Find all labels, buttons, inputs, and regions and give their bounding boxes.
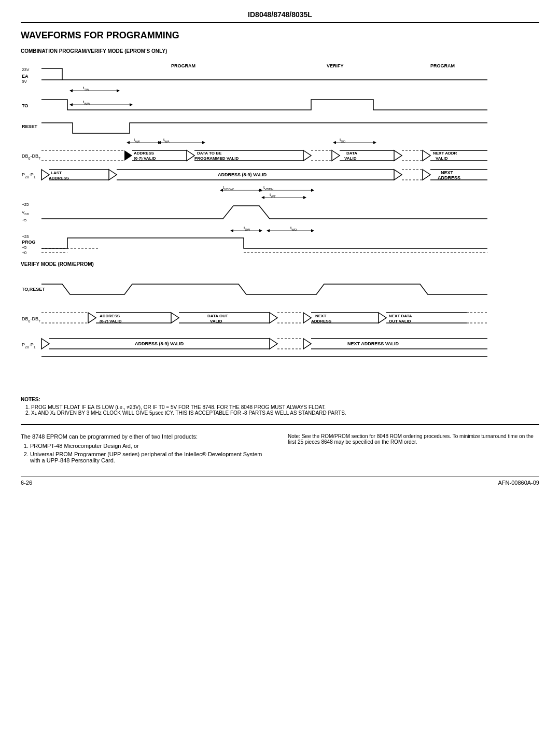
svg-marker-38 — [187, 150, 194, 161]
bottom-content: The 8748 EPROM can be programmed by eith… — [21, 433, 539, 466]
svg-text:DATA OUT: DATA OUT — [207, 314, 228, 318]
diagram1-waveform: EA 23V 5V PROGRAM VERIFY PROGRAM tTW TO … — [21, 58, 539, 256]
svg-text:+5: +5 — [22, 218, 27, 222]
notes-list: PROG MUST FLOAT IF EA IS LOW (i.e., ≠23V… — [31, 404, 539, 416]
svg-marker-10 — [117, 89, 120, 92]
svg-marker-65 — [109, 170, 117, 180]
footer-code: AFN-00860A-09 — [498, 480, 540, 486]
svg-text:P20-P1: P20-P1 — [22, 172, 36, 179]
note-item-1: PROG MUST FLOAT IF EA IS LOW (i.e., ≠23V… — [31, 404, 539, 410]
section-title: WAVEFORMS FOR PROGRAMMING — [21, 30, 539, 41]
svg-marker-51 — [394, 150, 402, 161]
bottom-left: The 8748 EPROM can be programmed by eith… — [21, 433, 272, 466]
svg-text:(0-7) VALID: (0-7) VALID — [100, 319, 122, 323]
svg-marker-140 — [270, 339, 277, 349]
svg-text:DATA TO BE: DATA TO BE — [197, 151, 222, 156]
svg-text:NEXT ADDR: NEXT ADDR — [433, 151, 457, 156]
svg-text:tDW: tDW — [244, 226, 250, 231]
svg-marker-27 — [333, 141, 336, 144]
svg-text:TO: TO — [22, 103, 28, 108]
svg-text:PROGRAMMED VALID: PROGRAMMED VALID — [194, 156, 239, 161]
svg-text:23V: 23V — [22, 67, 30, 72]
svg-text:ADDRESS (8-9) VALID: ADDRESS (8-9) VALID — [218, 172, 267, 177]
header-title: ID8048/8748/8035L — [248, 10, 312, 19]
svg-text:NEXT ADDRESS VALID: NEXT ADDRESS VALID — [347, 341, 399, 346]
svg-text:P20-P1: P20-P1 — [22, 342, 36, 349]
svg-marker-94 — [230, 229, 233, 232]
svg-marker-54 — [423, 150, 430, 161]
svg-text:tAW: tAW — [134, 137, 140, 143]
svg-text:ADDRESS: ADDRESS — [49, 176, 69, 180]
svg-text:RESET: RESET — [22, 124, 38, 129]
notes-section: NOTES: PROG MUST FLOAT IF EA IS LOW (i.e… — [21, 397, 539, 416]
svg-text:PROG: PROG — [22, 240, 36, 245]
svg-text:+5: +5 — [22, 245, 27, 250]
notes-title: NOTES: — [21, 397, 40, 402]
svg-marker-79 — [220, 189, 223, 192]
svg-text:LAST: LAST — [51, 171, 62, 175]
svg-marker-46 — [332, 150, 340, 161]
svg-text:OUT VALID: OUT VALID — [389, 319, 411, 323]
svg-text:tTW: tTW — [83, 86, 89, 91]
svg-marker-43 — [303, 150, 311, 161]
svg-marker-72 — [423, 170, 430, 180]
svg-marker-14 — [69, 103, 73, 106]
svg-text:5V: 5V — [22, 79, 27, 84]
svg-text:VDD: VDD — [22, 210, 30, 216]
page-header: ID8048/8748/8035L — [21, 10, 539, 23]
svg-marker-69 — [394, 170, 402, 180]
svg-text:(0-7) VALID: (0-7) VALID — [134, 156, 156, 161]
bottom-right: Note: See the ROM/PROM section for 8048 … — [288, 433, 539, 466]
svg-text:tWT: tWT — [270, 192, 276, 198]
svg-text:tWA: tWA — [163, 137, 170, 143]
svg-text:PROGRAM: PROGRAM — [430, 63, 455, 68]
svg-text:+23: +23 — [22, 234, 29, 239]
diagram2-waveform: TO,RESET DB0-DB7 ADDRESS (0-7) VALID DAT… — [21, 271, 539, 391]
svg-marker-28 — [373, 141, 376, 144]
svg-text:VALID: VALID — [344, 156, 357, 161]
svg-text:ADDRESS: ADDRESS — [311, 319, 332, 323]
diagram1-title: COMBINATION PROGRAM/VERIFY MODE (EPROM'S… — [21, 48, 539, 54]
svg-text:ADDRESS: ADDRESS — [134, 151, 155, 156]
svg-marker-110 — [88, 313, 96, 323]
svg-text:NEXT: NEXT — [441, 170, 454, 175]
svg-text:ADDRESS: ADDRESS — [438, 175, 460, 180]
page-footer: 6-26 AFN-00860A-09 — [21, 476, 539, 486]
svg-marker-123 — [303, 313, 311, 323]
svg-marker-99 — [311, 229, 314, 232]
svg-marker-120 — [270, 313, 277, 323]
svg-marker-88 — [303, 196, 306, 199]
note-item-2: X₁ AND X₂ DRIVEN BY 3 MHz CLOCK WILL GIV… — [31, 410, 539, 416]
svg-marker-128 — [379, 313, 386, 323]
footer-page: 6-26 — [21, 480, 32, 486]
svg-text:NEXT: NEXT — [315, 314, 326, 318]
svg-marker-19 — [127, 141, 130, 144]
svg-text:PROGRAM: PROGRAM — [171, 63, 195, 68]
svg-marker-87 — [261, 196, 264, 199]
svg-text:DB0-DB7: DB0-DB7 — [22, 153, 40, 160]
svg-text:NEXT DATA: NEXT DATA — [389, 314, 412, 318]
svg-text:DATA: DATA — [346, 151, 357, 156]
svg-marker-60 — [41, 170, 49, 180]
svg-text:VERIFY: VERIFY — [327, 63, 344, 68]
bottom-left-text: The 8748 EPROM can be programmed by eith… — [21, 433, 272, 440]
svg-text:VALID: VALID — [210, 319, 222, 323]
svg-marker-95 — [259, 229, 262, 232]
svg-marker-32 — [124, 150, 132, 161]
svg-marker-15 — [130, 103, 133, 106]
svg-text:tVDDH: tVDDH — [263, 185, 273, 191]
bottom-divider — [21, 424, 539, 425]
svg-marker-24 — [202, 141, 205, 144]
svg-text:tVDDW: tVDDW — [223, 185, 234, 191]
svg-text:TO,RESET: TO,RESET — [22, 287, 45, 292]
bottom-item-1: PROMPT-48 Microcomputer Design Aid, or — [30, 443, 272, 449]
svg-marker-23 — [158, 141, 161, 144]
svg-text:DB0-DB7: DB0-DB7 — [22, 316, 40, 323]
svg-marker-84 — [311, 189, 314, 192]
svg-marker-9 — [69, 89, 73, 92]
bottom-items-list: PROMPT-48 Microcomputer Design Aid, or U… — [30, 443, 272, 463]
svg-marker-136 — [41, 339, 49, 349]
svg-text:tWD: tWD — [290, 226, 297, 231]
svg-marker-115 — [171, 313, 179, 323]
svg-marker-98 — [267, 229, 270, 232]
